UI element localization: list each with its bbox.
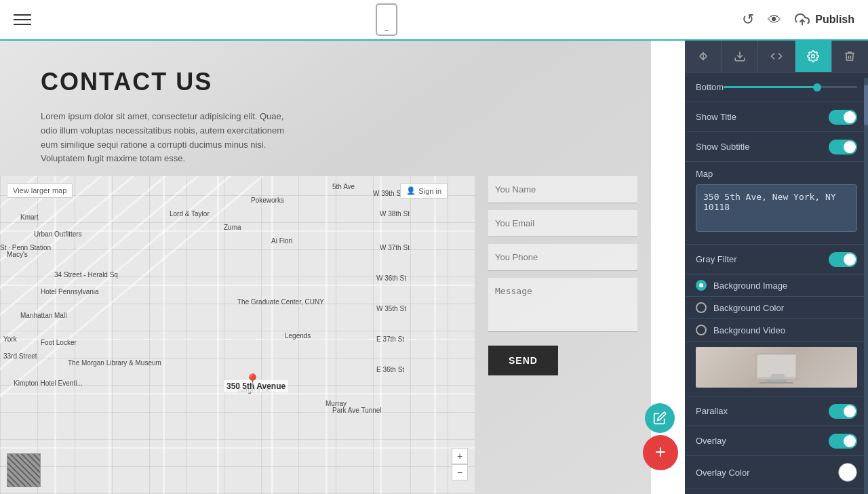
map-label: Map — [696, 169, 857, 179]
place-w39: W 39th St — [373, 190, 403, 197]
show-title-row: Show Title — [685, 102, 868, 132]
map-thumbnail — [7, 453, 41, 487]
overlay-color-swatch[interactable] — [838, 463, 857, 482]
place-pokeworks: Pokeworks — [251, 197, 284, 204]
place-graduate: The Graduate Center, CUNY — [237, 298, 324, 306]
right-panel: Bottom Show Title Show Subtitle — [685, 41, 868, 494]
background-image-label[interactable]: Background Image — [713, 281, 787, 291]
edit-fab-icon — [653, 411, 667, 425]
background-color-label[interactable]: Background Color — [713, 303, 784, 313]
svg-rect-7 — [760, 382, 793, 384]
svg-rect-8 — [771, 374, 785, 379]
topbar-right: ↺ 👁 Publish — [742, 11, 854, 28]
contact-description: Lorem ipsum dolor sit amet, consectetur … — [41, 110, 298, 166]
sort-icon — [697, 50, 709, 62]
place-morgan: The Morgan Library & Museum — [68, 359, 161, 367]
contact-form: SEND — [475, 176, 651, 494]
main-canvas: CONTACT US Lorem ipsum dolor sit amet, c… — [0, 41, 651, 494]
gray-filter-label: Gray Filter — [696, 254, 737, 264]
show-title-toggle[interactable] — [829, 110, 857, 125]
background-color-radio[interactable] — [696, 302, 707, 313]
phone-input[interactable] — [488, 244, 637, 271]
name-input[interactable] — [488, 176, 637, 203]
place-zuma: Zuma — [224, 224, 241, 231]
background-image-row: Background Image — [685, 274, 868, 297]
add-fab-button[interactable]: + — [643, 435, 678, 470]
bottom-slider[interactable] — [724, 86, 857, 88]
zoom-in-button[interactable]: + — [452, 448, 468, 464]
topbar: ↺ 👁 Publish — [0, 0, 868, 41]
opacity-row: Opacity — [685, 489, 868, 494]
place-w38: W 38th St — [380, 210, 410, 218]
eye-icon[interactable]: 👁 — [768, 12, 781, 28]
edit-fab-button[interactable] — [645, 403, 675, 433]
content-row: Gotham Hall Kmart Urban Outfitters Macy'… — [0, 176, 651, 494]
hamburger-menu[interactable] — [14, 14, 31, 25]
sort-tool-button[interactable] — [685, 41, 722, 72]
panel-content: Bottom Show Title Show Subtitle — [685, 73, 868, 494]
place-lord-taylor: Lord & Taylor — [170, 210, 210, 218]
place-hotel-penn: Hotel Pennsylvania — [41, 288, 99, 295]
place-foot-locker: Foot Locker — [41, 339, 77, 346]
sign-in-link[interactable]: 👤 Sign in — [400, 183, 448, 199]
parallax-label: Parallax — [696, 406, 728, 416]
place-w36: W 36th St — [376, 274, 406, 282]
place-manhattan-mall: Manhattan Mall — [20, 312, 66, 319]
map-placeholder: Gotham Hall Kmart Urban Outfitters Macy'… — [0, 176, 475, 494]
map-address-input[interactable]: 350 5th Ave, New York, NY 10118 — [696, 184, 857, 232]
show-subtitle-toggle[interactable] — [829, 140, 857, 155]
background-video-radio[interactable] — [696, 325, 707, 335]
gray-filter-row: Gray Filter — [685, 245, 868, 274]
settings-tool-button[interactable] — [795, 41, 832, 72]
device-preview-center — [376, 3, 397, 36]
overlay-toggle[interactable] — [829, 434, 857, 449]
add-fab-icon: + — [655, 442, 666, 461]
map-area: Gotham Hall Kmart Urban Outfitters Macy'… — [0, 176, 475, 494]
download-tool-button[interactable] — [722, 41, 758, 72]
overlay-color-row: Overlay Color — [685, 456, 868, 489]
delete-tool-button[interactable] — [832, 41, 868, 72]
email-input[interactable] — [488, 210, 637, 237]
cloud-upload-icon — [795, 12, 810, 27]
publish-label: Publish — [815, 14, 854, 26]
contact-section: CONTACT US Lorem ipsum dolor sit amet, c… — [0, 41, 651, 186]
view-larger-map-link[interactable]: View larger map — [7, 183, 73, 198]
download-icon — [734, 50, 746, 62]
map-pin: 📍 — [244, 373, 261, 389]
zoom-out-button[interactable]: − — [452, 464, 468, 480]
overlay-row: Overlay — [685, 426, 868, 456]
place-legends: Legends — [285, 332, 311, 339]
send-button[interactable]: SEND — [488, 346, 558, 375]
background-video-label[interactable]: Background Video — [713, 325, 785, 335]
background-image-radio[interactable] — [696, 280, 707, 291]
message-input[interactable] — [488, 278, 637, 332]
place-ai-fiori: Ai Fiori — [271, 237, 292, 245]
svg-point-3 — [812, 55, 815, 58]
person-icon: 👤 — [406, 186, 416, 195]
svg-rect-6 — [766, 379, 787, 382]
publish-button[interactable]: Publish — [795, 12, 854, 27]
background-video-row: Background Video — [685, 319, 868, 342]
place-34-herald: 34 Street - Herald Sq — [54, 271, 118, 279]
place-penn-station: St · Penn Station — [0, 244, 51, 251]
panel-toolbar — [685, 41, 868, 73]
show-subtitle-row: Show Subtitle — [685, 132, 868, 162]
place-parkave: Park Ave Tunnel — [332, 407, 382, 414]
contact-title: CONTACT US — [41, 68, 610, 96]
undo-icon[interactable]: ↺ — [742, 11, 754, 28]
place-33rd: 33rd Street — [3, 352, 37, 360]
bg-thumbnail-image — [696, 347, 857, 388]
svg-rect-5 — [757, 355, 795, 377]
code-tool-button[interactable] — [758, 41, 795, 72]
mobile-preview-icon[interactable] — [376, 3, 397, 36]
settings-icon — [807, 50, 819, 62]
gray-filter-toggle[interactable] — [829, 252, 857, 267]
place-urban-outfitters: Urban Outfitters — [34, 230, 82, 238]
background-image-preview[interactable] — [685, 342, 868, 396]
panel-scrollbar[interactable] — [864, 78, 868, 494]
parallax-toggle[interactable] — [829, 404, 857, 419]
trash-icon — [844, 50, 856, 62]
place-5thave: 5th Ave — [332, 183, 355, 190]
panel-scrollbar-thumb[interactable] — [864, 85, 868, 125]
overlay-color-label: Overlay Color — [696, 468, 749, 478]
